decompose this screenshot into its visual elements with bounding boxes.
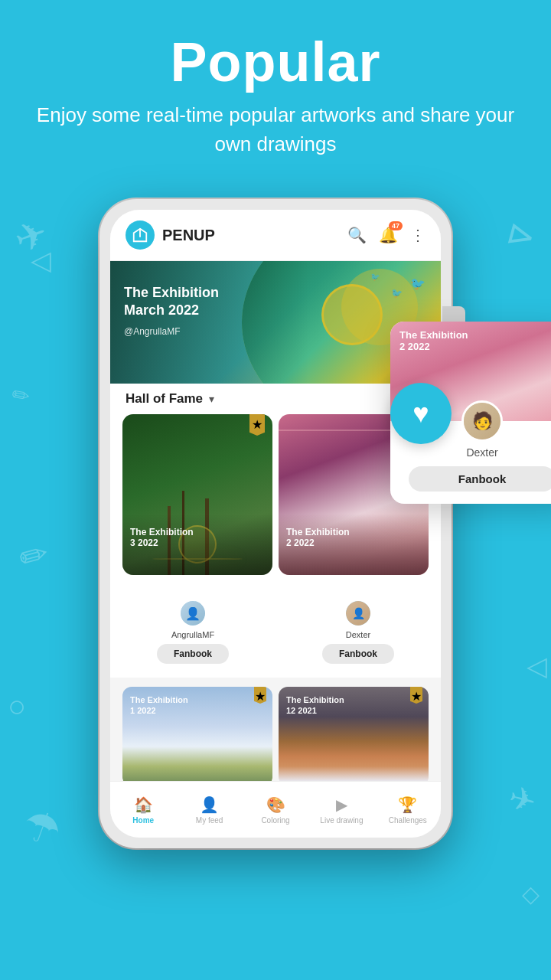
deco-circle: ○ <box>8 689 26 724</box>
popup-username: Dexter <box>390 446 551 459</box>
home-icon: 🏠 <box>134 795 153 814</box>
header-section: Popular Enjoy some real-time popular art… <box>0 0 551 181</box>
card2-user-info: 👤 Dexter Fanbook <box>276 584 441 671</box>
coloring-icon: 🎨 <box>266 795 285 814</box>
card1-avatar: 👤 <box>179 599 207 627</box>
my-feed-icon: 👤 <box>200 795 219 814</box>
deco-triangle-1: ◁ <box>31 245 51 276</box>
bottom-cards-section: ★ The Exhibition1 2022 ★ The Exhibition1… <box>110 678 441 786</box>
deco-plane-1: ✈ <box>8 211 54 263</box>
banner-author: @AngrullaMF <box>124 326 219 337</box>
bottom-card-2-bookmark: ★ <box>410 687 422 704</box>
bottom-card-2-title: The Exhibition12 2021 <box>286 694 344 717</box>
notification-button[interactable]: 🔔 47 <box>379 226 398 244</box>
card1-username: AngrullaMF <box>171 630 214 639</box>
bottom-card-2[interactable]: ★ The Exhibition12 2021 <box>279 687 429 786</box>
deco-plane-2: ⊳ <box>502 211 540 258</box>
notification-badge: 47 <box>389 221 403 230</box>
card2-fanbook-btn[interactable]: Fanbook <box>322 644 394 664</box>
section-title: Hall of Fame <box>126 391 203 407</box>
card1-user-info: 👤 AngrullaMF Fanbook <box>110 584 276 671</box>
nav-live-drawing[interactable]: ▶ Live drawing <box>308 782 374 838</box>
popup-card-title: The Exhibition2 2022 <box>399 329 468 352</box>
card-title-2: The Exhibition2 2022 <box>286 527 350 548</box>
nav-home-label: Home <box>132 816 154 825</box>
card-bookmark-1: ★ <box>249 414 265 436</box>
more-menu-icon[interactable]: ⋮ <box>410 226 425 244</box>
deco-pencil-2: ✏ <box>15 533 53 580</box>
phone-mockup: PENUP 🔍 🔔 47 ⋮ <box>99 199 452 848</box>
popup-avatar: 🧑 <box>461 400 503 442</box>
bottom-card-1-title: The Exhibition1 2022 <box>130 694 188 717</box>
banner-title: The ExhibitionMarch 2022 <box>124 284 219 320</box>
challenges-icon: 🏆 <box>398 795 417 814</box>
banner-text: The ExhibitionMarch 2022 @AngrullaMF <box>124 284 219 337</box>
deco-right-shape: ◇ <box>522 880 540 907</box>
dropdown-arrow-icon[interactable]: ▾ <box>209 393 214 405</box>
app-name: PENUP <box>162 227 347 244</box>
nav-my-feed[interactable]: 👤 My feed <box>176 782 242 838</box>
search-icon[interactable]: 🔍 <box>347 226 367 244</box>
topbar-icons: 🔍 🔔 47 ⋮ <box>347 226 425 244</box>
bottom-nav: 🏠 Home 👤 My feed 🎨 Coloring ▶ Live drawi… <box>110 781 441 838</box>
nav-live-label: Live drawing <box>320 816 363 825</box>
page-title: Popular <box>0 31 551 93</box>
deco-pencil: ✏ <box>9 381 31 409</box>
nav-challenges[interactable]: 🏆 Challenges <box>375 782 441 838</box>
page-subtitle: Enjoy some real-time popular artworks an… <box>0 101 551 158</box>
bottom-card-1[interactable]: ★ The Exhibition1 2022 <box>122 687 272 786</box>
card2-avatar: 👤 <box>344 599 372 627</box>
user-info-row: 👤 AngrullaMF Fanbook 👤 Dexter Fanbook <box>110 584 441 671</box>
nav-coloring-label: Coloring <box>261 816 289 825</box>
app-logo <box>126 220 155 250</box>
deco-right-plane: ✈ <box>504 778 540 821</box>
phone-screen: PENUP 🔍 🔔 47 ⋮ <box>110 210 441 838</box>
card-exhibition-3[interactable]: ★ The Exhibition3 2022 <box>122 414 272 575</box>
nav-coloring[interactable]: 🎨 Coloring <box>243 782 308 838</box>
bottom-card-1-bookmark: ★ <box>254 687 266 704</box>
nav-feed-label: My feed <box>196 816 223 825</box>
card1-fanbook-btn[interactable]: Fanbook <box>157 644 229 664</box>
deco-umbrella: ☂ <box>16 799 68 858</box>
heart-bubble[interactable]: ♥ <box>390 383 452 444</box>
app-topbar: PENUP 🔍 🔔 47 ⋮ <box>110 210 441 261</box>
deco-right-tri: ◁ <box>527 651 547 681</box>
nav-challenges-label: Challenges <box>389 816 427 825</box>
card-title-1: The Exhibition3 2022 <box>130 527 194 548</box>
nav-home[interactable]: 🏠 Home <box>110 782 176 838</box>
heart-icon: ♥ <box>412 400 429 427</box>
popup-fanbook-btn[interactable]: Fanbook <box>409 466 551 492</box>
live-drawing-icon: ▶ <box>336 795 347 814</box>
card2-username: Dexter <box>346 630 370 639</box>
